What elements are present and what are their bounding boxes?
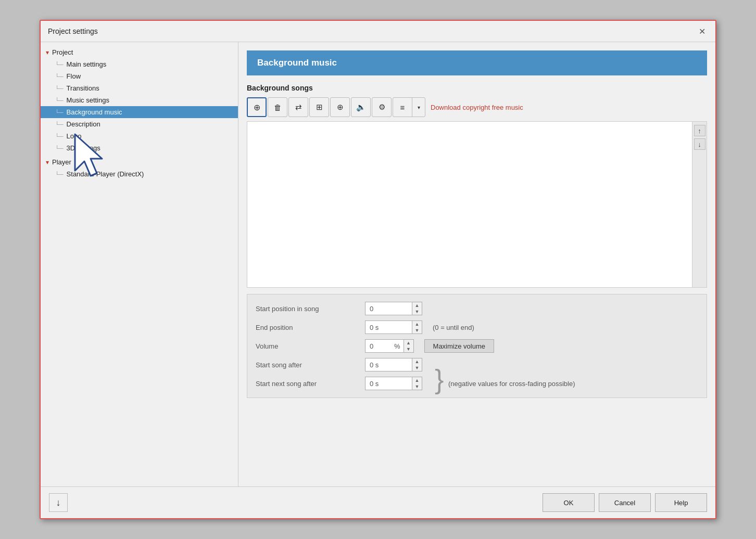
start-song-input[interactable] <box>365 358 412 371</box>
scroll-down-button[interactable]: ↓ <box>694 138 705 150</box>
start-next-input[interactable] <box>365 377 412 390</box>
add-song-button[interactable]: ⊕ <box>247 97 267 117</box>
settings-button[interactable]: ⚙ <box>372 97 392 117</box>
start-next-row: Start next song after ▲ ▼ (negative valu… <box>256 377 698 390</box>
songs-subsection-title: Background songs <box>247 84 707 92</box>
start-position-up[interactable]: ▲ <box>412 302 422 309</box>
bottom-left: ↓ <box>49 493 68 512</box>
volume-label: Volume <box>256 342 360 350</box>
sidebar: ▾ Project └─ Main settings └─ Flow └─ Tr… <box>41 42 238 486</box>
sidebar-label-standard-player: Standard-Player (DirectX) <box>67 170 144 178</box>
start-next-down[interactable]: ▼ <box>412 383 422 390</box>
gear-icon: ⚙ <box>379 102 385 112</box>
section-body: Background songs ⊕ 🗑 ⇄ ⊞ <box>238 75 715 486</box>
ok-button[interactable]: OK <box>543 493 595 512</box>
sidebar-label-music-settings: Music settings <box>67 96 109 104</box>
connector-music-settings: └─ <box>55 97 64 104</box>
download-arrow-button[interactable]: ↓ <box>49 493 68 512</box>
volume-icon: 🔈 <box>356 102 366 112</box>
start-position-down[interactable]: ▼ <box>412 309 422 315</box>
connector-standard-player: └─ <box>55 171 64 177</box>
end-position-label: End position <box>256 324 360 331</box>
sidebar-label-description: Description <box>67 120 100 128</box>
align-dropdown-button[interactable]: ▾ <box>412 97 425 117</box>
sidebar-item-music-settings[interactable]: └─ Music settings <box>41 94 238 106</box>
move-button[interactable]: ⊕ <box>330 97 350 117</box>
start-position-label: Start position in song <box>256 305 360 313</box>
loop-button[interactable]: ⇄ <box>288 97 308 117</box>
volume-down[interactable]: ▼ <box>404 346 413 352</box>
sidebar-label-background-music: Background music <box>67 108 122 116</box>
sidebar-item-3d-settings[interactable]: └─ 3D settings <box>41 142 238 154</box>
project-settings-dialog: Project settings ✕ ▾ Project └─ Main set… <box>40 20 716 519</box>
align-button[interactable]: ≡ <box>393 97 412 117</box>
connector-description: └─ <box>55 121 64 127</box>
sidebar-item-project[interactable]: ▾ Project <box>41 46 238 58</box>
help-button[interactable]: Help <box>655 493 707 512</box>
move-icon: ⊕ <box>337 102 344 112</box>
section-header: Background music <box>247 50 707 75</box>
grid-icon: ⊞ <box>316 102 323 112</box>
expand-icon-player: ▾ <box>46 159 49 166</box>
sidebar-item-main-settings[interactable]: └─ Main settings <box>41 58 238 70</box>
volume-arrows: ▲ ▼ <box>404 339 414 353</box>
start-song-row: Start song after ▲ ▼ } <box>256 358 698 371</box>
sidebar-label-logo: Logo <box>67 132 82 140</box>
sidebar-item-player[interactable]: ▾ Player <box>41 156 238 168</box>
connector-transitions: └─ <box>55 85 64 92</box>
start-position-arrows: ▲ ▼ <box>412 302 422 315</box>
sidebar-item-description[interactable]: └─ Description <box>41 118 238 130</box>
volume-input[interactable] <box>365 339 391 353</box>
connector-flow: └─ <box>55 73 64 80</box>
sidebar-item-logo[interactable]: └─ Logo <box>41 130 238 142</box>
scroll-up-button[interactable]: ↑ <box>694 125 705 136</box>
songs-toolbar: ⊕ 🗑 ⇄ ⊞ ⊕ 🔈 <box>247 97 707 117</box>
chevron-down-icon: ▾ <box>418 105 420 110</box>
delete-song-button[interactable]: 🗑 <box>268 97 287 117</box>
end-position-hint: (0 = until end) <box>433 324 474 331</box>
sidebar-label-transitions: Transitions <box>67 84 99 92</box>
end-position-arrows: ▲ ▼ <box>412 320 422 334</box>
start-next-label: Start next song after <box>256 380 360 388</box>
dialog-title: Project settings <box>48 27 98 35</box>
start-song-down[interactable]: ▼ <box>412 365 422 371</box>
start-song-up[interactable]: ▲ <box>412 358 422 365</box>
start-position-input[interactable] <box>365 302 412 315</box>
grid-button[interactable]: ⊞ <box>309 97 329 117</box>
sidebar-item-background-music[interactable]: └─ Background music <box>41 106 238 118</box>
sidebar-item-transitions[interactable]: └─ Transitions <box>41 82 238 94</box>
sidebar-label-project: Project <box>52 48 73 56</box>
maximize-volume-button[interactable]: Maximize volume <box>424 339 494 353</box>
title-bar: Project settings ✕ <box>41 21 715 42</box>
bottom-bar: ↓ OK Cancel Help <box>41 486 715 518</box>
crossfade-hint: (negative values for cross-fading possib… <box>448 380 575 388</box>
add-icon: ⊕ <box>254 102 260 112</box>
volume-spinbox: % ▲ ▼ <box>365 339 414 353</box>
download-music-link[interactable]: Download copyright free music <box>431 104 523 111</box>
volume-up[interactable]: ▲ <box>404 340 413 346</box>
close-button[interactable]: ✕ <box>696 25 708 37</box>
start-next-spinbox: ▲ ▼ <box>365 377 422 390</box>
start-next-arrows: ▲ ▼ <box>412 377 422 390</box>
song-list-scrollbar: ↑ ↓ <box>692 122 707 287</box>
end-position-input[interactable] <box>365 320 412 334</box>
end-position-spinbox: ▲ ▼ <box>365 320 422 334</box>
connector-3d-settings: └─ <box>55 145 64 151</box>
volume-button[interactable]: 🔈 <box>351 97 371 117</box>
sidebar-label-main-settings: Main settings <box>67 60 107 68</box>
sidebar-item-standard-player[interactable]: └─ Standard-Player (DirectX) <box>41 168 238 180</box>
end-position-up[interactable]: ▲ <box>412 321 422 327</box>
start-position-spinbox: ▲ ▼ <box>365 302 422 315</box>
end-position-down[interactable]: ▼ <box>412 327 422 333</box>
settings-grid: Start position in song ▲ ▼ End position <box>247 294 707 398</box>
loop-icon: ⇄ <box>295 102 302 112</box>
bottom-right: OK Cancel Help <box>543 493 707 512</box>
volume-row: Volume % ▲ ▼ Maximize volume <box>256 339 698 353</box>
start-song-label: Start song after <box>256 361 360 369</box>
right-panel: Background music Background songs ⊕ 🗑 ⇄ <box>238 42 715 486</box>
cancel-button[interactable]: Cancel <box>599 493 651 512</box>
crossfade-bracket-top: } <box>435 373 444 386</box>
start-next-up[interactable]: ▲ <box>412 377 422 383</box>
sidebar-item-flow[interactable]: └─ Flow <box>41 70 238 82</box>
volume-unit: % <box>391 339 404 353</box>
